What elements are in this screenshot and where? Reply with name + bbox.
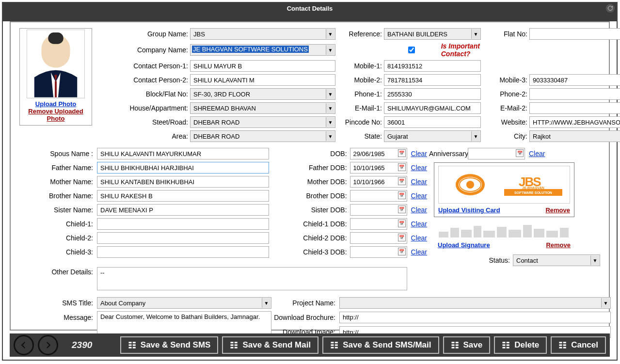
svg-rect-16	[483, 231, 495, 237]
remove-signature-link[interactable]: Remove	[546, 241, 571, 249]
brother-dob-clear[interactable]: Clear	[411, 192, 427, 200]
house-select[interactable]: ▼	[190, 102, 335, 114]
brother-input[interactable]	[97, 190, 269, 202]
svg-rect-55	[559, 347, 562, 348]
visiting-card-image: JBSSOFTWARE SOLUTIONJE-BHAGVAN	[438, 166, 570, 204]
upload-visiting-card-link[interactable]: Upload Visiting Card	[438, 206, 500, 214]
label-project: Project Name:	[271, 299, 339, 307]
svg-rect-34	[235, 347, 238, 348]
remove-visiting-card-link[interactable]: Remove	[545, 206, 570, 214]
refresh-icon[interactable]	[606, 4, 615, 13]
child1-input[interactable]	[97, 218, 269, 230]
next-record-button[interactable]	[38, 335, 58, 355]
visiting-card-panel: JBSSOFTWARE SOLUTIONJE-BHAGVAN Upload Vi…	[434, 162, 574, 217]
city-select[interactable]: ▼	[529, 130, 620, 142]
svg-rect-25	[128, 347, 131, 348]
save-send-sms-button[interactable]: Save & Send SMS	[120, 336, 219, 354]
label-brochure: Download Brochure:	[271, 314, 339, 321]
mobile1-input[interactable]	[384, 60, 481, 72]
calendar-icon[interactable]: 📅	[398, 163, 406, 171]
child3-input[interactable]	[97, 246, 269, 258]
child2-input[interactable]	[97, 232, 269, 244]
phone1-input[interactable]	[384, 88, 481, 100]
svg-rect-54	[559, 345, 562, 346]
child1-dob-clear[interactable]: Clear	[411, 220, 427, 228]
block-select[interactable]: ▼	[190, 88, 335, 100]
message-input[interactable]: Dear Customer, Welcome to Bathani Builde…	[97, 311, 271, 336]
other-details-input[interactable]: --	[97, 267, 407, 290]
state-select[interactable]: ▼	[384, 130, 481, 142]
save-send-mail-button[interactable]: Save & Send Mail	[222, 336, 318, 354]
sister-dob-clear[interactable]: Clear	[411, 206, 427, 214]
email1-input[interactable]	[384, 102, 481, 114]
svg-rect-51	[507, 345, 509, 346]
project-select[interactable]: ▼	[339, 297, 611, 309]
label-phone1: Phone-1:	[335, 90, 384, 98]
flat-no-input[interactable]	[529, 28, 620, 40]
phone2-input[interactable]	[529, 88, 620, 100]
spouse-input[interactable]	[97, 148, 269, 159]
label-phone2: Phone-2:	[481, 90, 529, 98]
calendar-icon[interactable]: 📅	[398, 234, 406, 241]
reference-select[interactable]: ▼	[384, 28, 481, 40]
label-sister-dob: Sister DOB:	[311, 206, 350, 214]
label-brother-dob: Brother DOB:	[306, 192, 350, 200]
label-child2-dob: Chield-2 DOB:	[303, 234, 350, 242]
label-mobile3: Mobile-3:	[481, 76, 529, 84]
calendar-icon[interactable]: 📅	[398, 177, 406, 185]
svg-rect-14	[461, 230, 472, 237]
remove-photo-link[interactable]: Remove Uploaded Photo	[21, 108, 91, 122]
important-contact-checkbox[interactable]: Is Important Contact?	[384, 42, 481, 58]
contact1-input[interactable]	[190, 60, 335, 72]
chevron-down-icon: ▼	[326, 103, 334, 113]
mother-dob-clear[interactable]: Clear	[411, 178, 427, 186]
chevron-down-icon: ▼	[326, 45, 334, 55]
child2-dob-clear[interactable]: Clear	[411, 234, 427, 242]
child3-dob-clear[interactable]: Clear	[411, 248, 427, 256]
company-name-select[interactable]: ▼ JE BHAGVAN SOFTWARE SOLUTIONS	[190, 44, 335, 56]
svg-rect-49	[503, 347, 506, 348]
street-select[interactable]: ▼	[190, 116, 335, 128]
mobile2-input[interactable]	[384, 74, 481, 86]
label-city: City:	[481, 132, 529, 140]
anniversary-clear[interactable]: Clear	[529, 150, 545, 158]
calendar-icon[interactable]: 📅	[398, 206, 406, 213]
sister-input[interactable]	[97, 204, 269, 216]
father-dob-clear[interactable]: Clear	[411, 164, 427, 172]
brochure-input[interactable]	[339, 312, 611, 323]
mother-input[interactable]	[97, 176, 269, 188]
website-input[interactable]	[529, 116, 620, 128]
sms-title-select[interactable]: ▼	[97, 297, 271, 309]
father-input[interactable]	[97, 162, 269, 174]
calendar-icon[interactable]: 📅	[398, 149, 406, 157]
signature-panel: Upload Signature Remove	[434, 222, 574, 249]
label-child2: Chield-2:	[19, 234, 97, 242]
status-select[interactable]: ▼	[513, 254, 600, 266]
upload-signature-link[interactable]: Upload Signature	[438, 241, 490, 249]
label-contact1: Contact Person-1:	[102, 62, 190, 70]
svg-rect-48	[503, 345, 506, 346]
save-button[interactable]: Save	[443, 336, 491, 354]
mobile3-input[interactable]	[529, 74, 620, 86]
dob-clear[interactable]: Clear	[411, 150, 427, 158]
svg-rect-19	[523, 225, 532, 237]
label-other: Other Details:	[19, 267, 97, 290]
contact2-input[interactable]	[190, 74, 335, 86]
calendar-icon[interactable]: 📅	[398, 191, 406, 199]
group-name-select[interactable]: ▼	[190, 28, 335, 40]
delete-button[interactable]: Delete	[494, 336, 547, 354]
calendar-icon[interactable]: 📅	[398, 248, 406, 255]
prev-record-button[interactable]	[14, 335, 34, 355]
label-email2: E-Mail-2:	[481, 104, 529, 112]
svg-rect-47	[503, 342, 506, 343]
svg-rect-38	[335, 342, 338, 343]
calendar-icon[interactable]: 📅	[398, 220, 406, 227]
calendar-icon[interactable]: 📅	[516, 149, 524, 157]
cancel-button[interactable]: Cancel	[551, 336, 606, 354]
upload-photo-link[interactable]: Upload Photo	[21, 100, 91, 108]
pincode-input[interactable]	[384, 116, 481, 128]
area-select[interactable]: ▼	[190, 130, 335, 142]
svg-rect-43	[451, 347, 454, 348]
save-send-sms-mail-button[interactable]: Save & Send SMS/Mail	[322, 336, 439, 354]
email2-input[interactable]	[529, 102, 620, 114]
